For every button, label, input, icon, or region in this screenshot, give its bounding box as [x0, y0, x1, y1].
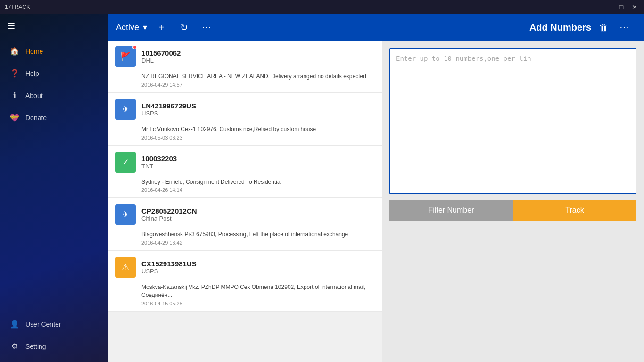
sidebar-item-home[interactable]: 🏠 Home [0, 40, 108, 62]
plane-icon: ✈ [122, 209, 129, 220]
sidebar-item-help-label: Help [25, 70, 39, 77]
package-timestamp: 2016-05-03 06:23 [141, 135, 375, 140]
package-icon: ⚠ [115, 257, 136, 278]
list-item[interactable]: 🚩 1015670062 DHL NZ REGIONAL SERVICE ARE… [108, 41, 382, 93]
filter-number-button[interactable]: Filter Number [389, 200, 513, 221]
package-details: Moskva-Kazanskij Vkz. PZhDP MMPO Cex Obm… [108, 280, 382, 312]
sidebar: ☰ 🏠 Home ❓ Help ℹ About 💝 Donate 👤 [0, 14, 108, 362]
sidebar-item-about[interactable]: ℹ About [0, 84, 108, 107]
app-container: ☰ 🏠 Home ❓ Help ℹ About 💝 Donate 👤 [0, 14, 644, 362]
sidebar-header: ☰ [0, 14, 108, 38]
setting-icon: ⚙ [9, 342, 20, 351]
package-details: Sydney - Enfield, Consignment Delivered … [108, 175, 382, 198]
tracking-number: CP280522012CN [141, 207, 375, 215]
add-numbers-title: Add Numbers [529, 22, 591, 33]
sidebar-item-donate[interactable]: 💝 Donate [0, 107, 108, 129]
tracking-number: 1015670062 [141, 49, 375, 57]
tracking-numbers-input[interactable] [389, 48, 636, 194]
delete-button[interactable]: 🗑 [595, 19, 612, 36]
options-button[interactable]: ⋯ [616, 19, 633, 36]
package-header: 🚩 1015670062 DHL [108, 41, 382, 70]
package-status: Mr Lc Vnukovo Cex-1 102976, Customs nce,… [141, 125, 375, 133]
package-timestamp: 2016-04-29 16:42 [141, 240, 375, 246]
package-list: 🚩 1015670062 DHL NZ REGIONAL SERVICE ARE… [108, 41, 382, 362]
main-content: Active ▾ + ↻ ⋯ Add Numbers 🗑 ⋯ 🚩 [108, 14, 644, 362]
list-item[interactable]: ✈ CP280522012CN China Post Blagoveshhens… [108, 198, 382, 251]
package-info: CP280522012CN China Post [141, 207, 375, 222]
package-icon: 🚩 [115, 46, 136, 67]
package-status: Moskva-Kazanskij Vkz. PZhDP MMPO Cex Obm… [141, 283, 375, 299]
refresh-button[interactable]: ↻ [175, 19, 192, 36]
sidebar-item-user-center-label: User Center [25, 321, 61, 328]
donate-icon: 💝 [9, 113, 20, 122]
carrier-name: China Post [141, 215, 375, 222]
add-tracking-button[interactable]: + [153, 19, 170, 36]
package-status: Blagoveshhensk Pi-3 675983, Processing, … [141, 230, 375, 239]
active-dropdown[interactable]: Active ▾ [116, 22, 147, 33]
topbar-right: Add Numbers 🗑 ⋯ [526, 19, 636, 36]
carrier-name: DHL [141, 57, 375, 64]
package-status: Sydney - Enfield, Consignment Delivered … [141, 178, 375, 186]
titlebar-controls: — □ ✕ [603, 3, 639, 11]
chevron-down-icon: ▾ [143, 22, 147, 33]
sidebar-item-home-label: Home [25, 48, 43, 55]
package-icon: ✈ [115, 204, 136, 225]
package-header: ✈ CP280522012CN China Post [108, 198, 382, 228]
help-icon: ❓ [9, 69, 20, 78]
hamburger-button[interactable]: ☰ [8, 21, 15, 31]
user-center-icon: 👤 [9, 320, 20, 329]
plane-icon: ✈ [122, 104, 129, 115]
close-button[interactable]: ✕ [630, 3, 639, 11]
home-icon: 🏠 [9, 47, 20, 56]
carrier-name: USPS [141, 110, 375, 117]
sidebar-item-about-label: About [25, 92, 43, 99]
package-icon: ✈ [115, 99, 136, 120]
sidebar-item-setting-label: Setting [25, 343, 46, 350]
package-icon: ✓ [115, 152, 136, 173]
package-header: ⚠ CX152913981US USPS [108, 251, 382, 280]
package-info: 100032203 TNT [141, 155, 375, 170]
package-header: ✈ LN421996729US USPS [108, 93, 382, 123]
flag-icon: 🚩 [120, 51, 131, 62]
sidebar-item-setting[interactable]: ⚙ Setting [0, 335, 108, 357]
sidebar-item-donate-label: Donate [25, 114, 47, 122]
about-icon: ℹ [9, 91, 20, 100]
add-numbers-pane: Filter Number Track [382, 41, 644, 362]
package-info: 1015670062 DHL [141, 49, 375, 64]
titlebar: 17TRACK — □ ✕ [0, 0, 644, 14]
package-details: Mr Lc Vnukovo Cex-1 102976, Customs nce,… [108, 123, 382, 146]
tracking-number: LN421996729US [141, 102, 375, 110]
list-item[interactable]: ✓ 100032203 TNT Sydney - Enfield, Consig… [108, 146, 382, 198]
package-timestamp: 2016-04-15 05:25 [141, 301, 375, 306]
minimize-button[interactable]: — [603, 3, 613, 11]
topbar: Active ▾ + ↻ ⋯ Add Numbers 🗑 ⋯ [108, 14, 644, 41]
maximize-button[interactable]: □ [617, 3, 626, 11]
package-status: NZ REGIONAL SERVICE AREA - NEW ZEALAND, … [141, 73, 375, 81]
app-title: 17TRACK [5, 4, 30, 10]
package-info: LN421996729US USPS [141, 102, 375, 117]
warning-icon: ⚠ [122, 262, 129, 272]
sidebar-item-help[interactable]: ❓ Help [0, 62, 108, 84]
sidebar-footer: 👤 User Center ⚙ Setting [0, 313, 108, 362]
package-details: NZ REGIONAL SERVICE AREA - NEW ZEALAND, … [108, 70, 382, 93]
package-timestamp: 2016-04-29 14:57 [141, 82, 375, 88]
sidebar-item-user-center[interactable]: 👤 User Center [0, 313, 108, 335]
carrier-name: TNT [141, 163, 375, 170]
package-timestamp: 2016-04-26 14:14 [141, 187, 375, 193]
sidebar-nav: 🏠 Home ❓ Help ℹ About 💝 Donate [0, 38, 108, 313]
package-details: Blagoveshhensk Pi-3 675983, Processing, … [108, 228, 382, 251]
active-label: Active [116, 23, 139, 33]
tracking-number: CX152913981US [141, 260, 375, 268]
tracking-number: 100032203 [141, 155, 375, 163]
carrier-name: USPS [141, 268, 375, 275]
notification-dot [132, 45, 137, 49]
body-pane: 🚩 1015670062 DHL NZ REGIONAL SERVICE ARE… [108, 41, 644, 362]
list-item[interactable]: ✈ LN421996729US USPS Mr Lc Vnukovo Cex-1… [108, 93, 382, 146]
track-button[interactable]: Track [513, 200, 636, 221]
check-icon: ✓ [122, 157, 129, 167]
list-item[interactable]: ⚠ CX152913981US USPS Moskva-Kazanskij Vk… [108, 251, 382, 312]
package-info: CX152913981US USPS [141, 260, 375, 275]
package-header: ✓ 100032203 TNT [108, 146, 382, 175]
more-options-button[interactable]: ⋯ [198, 19, 215, 36]
action-buttons: Filter Number Track [389, 200, 636, 221]
